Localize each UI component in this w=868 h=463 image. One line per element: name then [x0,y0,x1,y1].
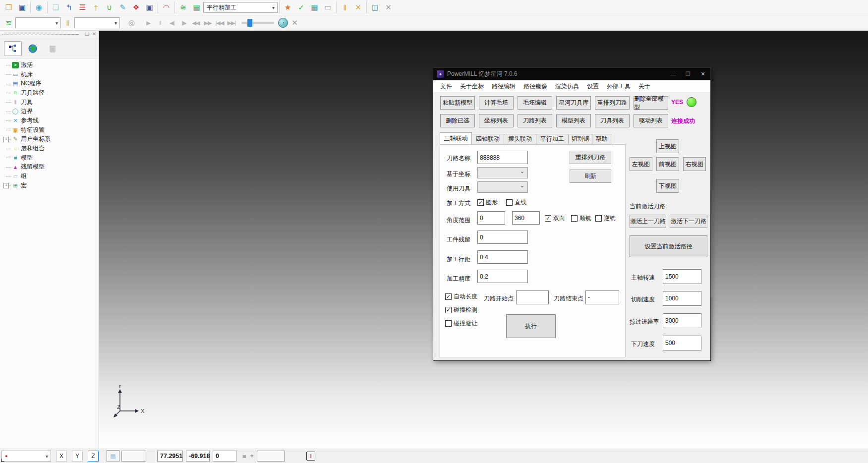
view-front-button[interactable]: 前视图 [656,157,679,171]
path-list-button[interactable]: 刀路列表 [518,114,552,127]
spindle-speed-input[interactable] [663,269,701,284]
paste-model-button[interactable]: 粘贴新模型 [440,96,475,110]
dialog-titlebar[interactable]: ✦ PowerMILL 忆梦星河 7.0.6 — ❐ ✕ [433,68,710,80]
plunge-feed-input[interactable] [663,336,701,350]
tool-library-button[interactable]: 星河刀具库 [556,96,591,110]
coord-y-field[interactable]: -69.918 [186,451,210,462]
skim-feed-input[interactable] [663,313,701,328]
maximize-icon[interactable]: ❐ [681,68,695,80]
fast-forward-button[interactable]: ▶▶ [202,17,214,29]
panel-restore-icon[interactable]: ❐ [84,31,91,37]
sidebar-item-toolpaths[interactable]: ≋ 刀具路径 [3,88,99,98]
bidirectional-option[interactable]: 双向 [545,214,565,223]
levels-icon[interactable]: ☰ [76,0,89,14]
menu-path-edit[interactable]: 路径编辑 [488,80,520,92]
expand-icon[interactable]: + [3,137,9,142]
sidebar-item-stock-models[interactable]: ▲ 残留模型 [3,163,99,172]
tab-explorer-recycle[interactable] [44,41,61,56]
block-icon[interactable]: ❑ [49,0,62,14]
tool-burst-icon[interactable]: ★ [281,0,294,14]
boundary-icon[interactable]: ∪ [103,0,116,14]
cutting-feed-input[interactable] [663,291,701,306]
tab-swivel[interactable]: 摆头联动 [504,134,536,144]
tool-list-button[interactable]: 刀具列表 [595,114,630,127]
collision-icon[interactable]: ◠ [160,0,173,14]
cylinders-icon[interactable]: ◫ [368,0,382,14]
sidebar-item-macros[interactable]: + ⊞ 宏 [3,181,99,190]
angle-to-input[interactable] [512,211,540,225]
model-list-button[interactable]: 模型列表 [556,114,591,127]
auto-length-option[interactable]: 自动长度 [445,292,477,301]
tab-explorer-views[interactable] [24,41,42,56]
drive-list-button[interactable]: 驱动列表 [634,114,668,127]
coord-select[interactable] [477,167,528,178]
activate-prev-button[interactable]: 激活上一刀路 [630,215,666,228]
conventional-checkbox[interactable] [595,215,602,222]
coord-x-field[interactable]: 77.2951 [157,451,183,462]
climb-checkbox[interactable] [571,215,578,222]
tool-select[interactable] [477,181,528,193]
close-icon[interactable]: ✕ [695,68,710,80]
menu-path-mirror[interactable]: 路径镜像 [520,80,551,92]
tool-block-icon[interactable]: ▣ [143,0,156,14]
ruler-icon[interactable]: ▭ [321,0,335,14]
tolerance-input[interactable] [477,270,528,283]
view-left-button[interactable]: 左视图 [630,157,652,171]
open-file-icon[interactable]: ❐ [2,0,15,14]
sidebar-item-activate[interactable]: > 激活 [3,60,99,70]
collision-avoid-checkbox[interactable] [445,320,452,327]
tolerance-field[interactable] [257,451,285,462]
line-checkbox[interactable] [506,199,513,206]
sidebar-item-feature-sets[interactable]: ▣ 特征设置 [3,125,99,135]
delete-selected-button[interactable]: 删除已选 [440,114,475,127]
pattern-icon[interactable]: ✎ [116,0,129,14]
calculator-icon[interactable]: ▦ [308,0,321,14]
tab-help[interactable]: 帮助 [592,134,611,144]
mode-circle-option[interactable]: 圆形 [477,198,498,207]
axis-z-button[interactable]: Z [88,451,99,462]
grid-toggle-button[interactable]: ▦ [107,450,119,462]
reorder-paths-button[interactable]: 重排列刀路 [595,96,630,110]
circle-checkbox[interactable] [477,199,484,206]
axis-y-button[interactable]: Y [72,451,83,462]
step-forward-button[interactable]: |▶ [178,17,190,29]
menu-file[interactable]: 文件 [436,80,456,92]
tab-3axis[interactable]: 三轴联动 [440,132,472,144]
tool-icon[interactable]: † [89,0,103,14]
refresh-button[interactable]: 刷新 [570,170,611,183]
minimize-icon[interactable]: — [666,68,681,80]
panel-close-icon[interactable]: ✕ [91,31,98,37]
sidebar-item-levels-sets[interactable]: ≡ 层和组合 [3,144,99,153]
auto-length-checkbox[interactable] [445,293,452,300]
save-icon[interactable]: ▣ [15,0,29,14]
edit-block-button[interactable]: 毛坯编辑 [518,96,552,110]
activate-next-button[interactable]: 激活下一刀路 [670,215,707,228]
sim-tool-dropdown[interactable] [74,17,120,28]
sim-toolpath-dropdown[interactable] [15,17,61,28]
probe-icon[interactable]: ⌖ [250,452,254,460]
sidebar-item-workplanes[interactable]: + ✎ 用户坐标系 [3,135,99,144]
bulb-icon[interactable]: ◎ [125,16,138,30]
climb-option[interactable]: 顺铣 [571,214,591,223]
sidebar-item-tools[interactable]: ‖ 刀具 [3,98,99,107]
menu-settings[interactable]: 设置 [583,80,603,92]
view-right-button[interactable]: 右视图 [683,157,706,171]
tab-saw[interactable]: 切割锯 [569,134,592,144]
strategy-icon[interactable]: ↰ [62,0,76,14]
verify-icon[interactable]: ✓ [294,0,308,14]
calc-block-button[interactable]: 计算毛坯 [479,96,514,110]
errors-dropdown[interactable]: ● [1,451,51,462]
sidebar-item-machine[interactable]: ▭ 机床 [3,70,99,79]
strategy-list-icon[interactable]: ▤ [190,0,203,14]
xyz-list-icon[interactable]: ≡ [242,453,246,460]
points-icon[interactable]: ❖ [129,0,143,14]
start-point-input[interactable] [516,290,549,304]
transform-icon[interactable]: ✕ [351,0,365,14]
toolpath-icon[interactable]: ≋ [176,0,190,14]
execute-button[interactable]: 执行 [506,314,556,338]
tab-parallel[interactable]: 平行加工 [536,134,569,144]
drag-handle[interactable] [2,34,79,35]
speed-slider-handle[interactable] [247,19,252,27]
sidebar-item-nc-programs[interactable]: ▤ NC程序 [3,79,99,88]
panel-dock-bar[interactable]: ❐ ✕ [0,31,99,39]
